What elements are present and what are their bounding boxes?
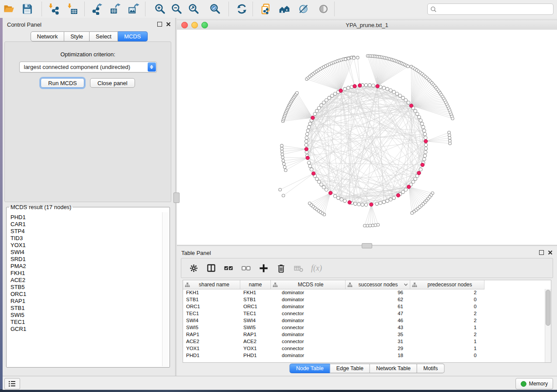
table-row[interactable]: YOX1YOX1connector291 [183, 345, 545, 352]
show-graphics-details-icon[interactable] [318, 3, 330, 15]
control-tab-network[interactable]: Network [30, 31, 64, 41]
table-cell[interactable]: RAP1 [183, 331, 240, 338]
save-session-icon[interactable] [21, 3, 33, 15]
node-table-scrollbar-thumb[interactable] [546, 290, 550, 326]
mcds-result-item[interactable]: STP4 [10, 228, 163, 235]
table-cell[interactable]: 61 [346, 303, 410, 310]
mcds-result-list[interactable]: PHD1CAR1STP4TID3YOX1SWI4SRD1PMA2FKH1ACE2… [7, 212, 163, 366]
close-panel-icon[interactable] [166, 22, 171, 27]
mcds-result-item[interactable]: YOX1 [10, 242, 163, 249]
mcds-result-item[interactable]: STB1 [10, 305, 163, 312]
float-panel-icon[interactable] [157, 22, 162, 27]
import-table-icon[interactable] [67, 3, 79, 15]
clone-network-icon[interactable] [260, 3, 272, 15]
select-all-rows-icon[interactable] [224, 263, 234, 273]
horizontal-splitter-handle[interactable] [362, 243, 372, 248]
table-cell[interactable]: 2 [410, 289, 484, 296]
mcds-result-item[interactable]: PMA2 [10, 263, 163, 270]
mcds-result-scrollbar[interactable] [162, 212, 169, 366]
table-cell[interactable]: 96 [346, 289, 410, 296]
node-table-scrollbar[interactable] [545, 289, 551, 362]
table-cell[interactable]: 31 [346, 338, 410, 345]
table-row[interactable]: ACE2ACE2connector311 [183, 338, 545, 345]
table-cell[interactable]: 29 [346, 345, 410, 352]
table-cell[interactable]: SWI5 [183, 324, 240, 331]
show-columns-icon[interactable] [206, 263, 216, 273]
table-row[interactable]: PHD1PHD1dominator180 [183, 352, 545, 359]
control-tab-mcds[interactable]: MCDS [118, 31, 147, 41]
hide-graphics-details-icon[interactable] [298, 3, 310, 15]
mcds-result-item[interactable]: TID3 [10, 235, 163, 242]
refresh-layout-icon[interactable] [236, 3, 248, 15]
table-cell[interactable]: connector [271, 345, 346, 352]
mcds-result-item[interactable]: SRD1 [10, 256, 163, 263]
table-row[interactable]: FKH1FKH1dominator962 [183, 289, 545, 296]
table-cell[interactable]: YOX1 [183, 345, 240, 352]
search-box[interactable] [427, 3, 554, 15]
network-window-titlebar[interactable]: YPA_prune.txt_1 [177, 20, 557, 30]
mcds-result-item[interactable]: FKH1 [10, 270, 163, 277]
table-cell[interactable]: 1 [410, 345, 484, 352]
control-tab-style[interactable]: Style [64, 31, 90, 41]
table-cell[interactable]: RAP1 [240, 331, 271, 338]
table-cell[interactable]: dominator [271, 317, 346, 324]
table-cell[interactable]: SWI5 [240, 324, 271, 331]
column-header-successor-nodes[interactable]: successor nodes [346, 280, 410, 289]
column-header-name[interactable]: name [240, 280, 271, 289]
table-cell[interactable]: 47 [346, 310, 410, 317]
table-row[interactable]: STB1STB1dominator620 [183, 296, 545, 303]
vertical-splitter-handle[interactable] [173, 193, 180, 203]
mcds-result-item[interactable]: RAP1 [10, 298, 163, 305]
show-all-networks-icon[interactable] [279, 3, 291, 15]
table-cell[interactable]: ACE2 [240, 338, 271, 345]
run-mcds-button[interactable]: Run MCDS [41, 78, 84, 88]
table-cell[interactable]: SWI4 [183, 317, 240, 324]
table-cell[interactable]: 43 [346, 324, 410, 331]
export-image-icon[interactable] [128, 3, 140, 15]
table-tab-network-table[interactable]: Network Table [370, 364, 417, 373]
mcds-result-item[interactable]: CAR1 [10, 221, 163, 228]
table-cell[interactable]: SWI4 [240, 317, 271, 324]
float-table-panel-icon[interactable] [539, 250, 544, 255]
table-cell[interactable]: FKH1 [240, 289, 271, 296]
table-cell[interactable]: 2 [410, 331, 484, 338]
table-cell[interactable]: dominator [271, 352, 346, 359]
table-tab-edge-table[interactable]: Edge Table [330, 364, 370, 373]
table-cell[interactable]: 35 [346, 331, 410, 338]
column-header-shared-name[interactable]: shared name [183, 280, 240, 289]
table-cell[interactable]: PHD1 [183, 352, 240, 359]
table-row[interactable]: TEC1TEC1connector472 [183, 310, 545, 317]
table-cell[interactable]: TEC1 [240, 310, 271, 317]
table-cell[interactable]: 62 [346, 296, 410, 303]
table-row[interactable]: SWI4SWI4dominator462 [183, 317, 545, 324]
close-panel-button[interactable]: Close panel [90, 78, 135, 88]
table-mode-gear-icon[interactable] [189, 263, 199, 273]
table-cell[interactable]: FKH1 [183, 289, 240, 296]
table-cell[interactable]: STB1 [240, 296, 271, 303]
table-cell[interactable]: ORC1 [240, 303, 271, 310]
table-cell[interactable]: dominator [271, 289, 346, 296]
show-panels-list-button[interactable] [4, 378, 20, 389]
table-cell[interactable]: TEC1 [183, 310, 240, 317]
table-row[interactable]: RAP1RAP1dominator352 [183, 331, 545, 338]
mcds-result-item[interactable]: ORC1 [10, 291, 163, 298]
search-input[interactable] [437, 5, 553, 14]
close-table-panel-icon[interactable] [548, 250, 553, 255]
zoom-fit-icon[interactable] [188, 3, 200, 15]
zoom-in-icon[interactable] [154, 3, 166, 15]
table-cell[interactable]: 1 [410, 338, 484, 345]
table-cell[interactable]: dominator [271, 331, 346, 338]
mcds-result-item[interactable]: PHD1 [10, 214, 163, 221]
table-cell[interactable]: YOX1 [240, 345, 271, 352]
table-cell[interactable]: ACE2 [183, 338, 240, 345]
column-header-predecessor-nodes[interactable]: predecessor nodes [410, 280, 484, 289]
open-file-icon[interactable] [3, 3, 15, 15]
network-canvas[interactable] [177, 30, 557, 245]
table-cell[interactable]: 18 [346, 352, 410, 359]
table-cell[interactable]: dominator [271, 296, 346, 303]
table-cell[interactable]: connector [271, 310, 346, 317]
mcds-result-item[interactable]: SWI4 [10, 249, 163, 256]
table-tab-node-table[interactable]: Node Table [290, 364, 330, 373]
column-header-MCDS-role[interactable]: MCDS role [271, 280, 346, 289]
table-cell[interactable]: 0 [410, 303, 484, 310]
